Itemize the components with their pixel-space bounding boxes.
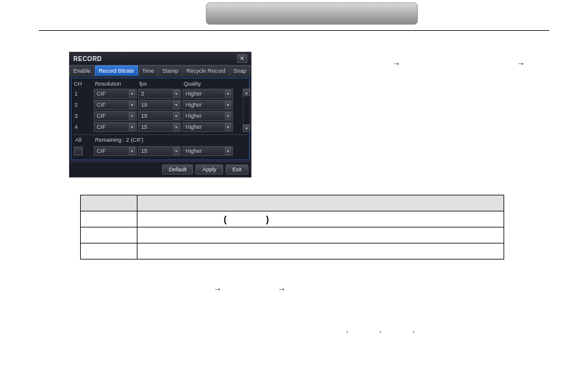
all-controls-row: CIF ▼ 15 ▼ Higher ▼ <box>73 145 248 158</box>
fps-select[interactable]: 15 ▼ <box>138 111 181 121</box>
channel-number: 2 <box>73 102 92 108</box>
select-value: Higher <box>186 113 202 119</box>
chevron-down-icon: ▼ <box>173 123 179 131</box>
quality-select[interactable]: Higher ▼ <box>182 122 233 132</box>
scroll-track[interactable] <box>243 96 250 125</box>
parenthesis-glyph: ( ) <box>224 214 287 224</box>
tab-enable[interactable]: Enable <box>70 65 94 76</box>
quality-select[interactable]: Higher ▼ <box>182 111 233 121</box>
punctuation-glyphs: 、 、 、 <box>345 324 431 335</box>
chevron-down-icon: ▼ <box>225 147 231 155</box>
tab-recycle-record[interactable]: Recycle Record <box>182 65 229 76</box>
table-row <box>81 211 504 227</box>
col-resolution: Resolution <box>94 81 137 87</box>
col-ch: CH <box>73 81 92 87</box>
all-resolution-select[interactable]: CIF ▼ <box>94 146 137 156</box>
resolution-select[interactable]: CIF ▼ <box>94 122 137 132</box>
bitrate-grid: CH Resolution fps Quality 1 CIF ▼ 2 ▼ <box>71 78 250 160</box>
quality-select[interactable]: Higher ▼ <box>182 100 233 110</box>
table-cell <box>81 227 137 243</box>
chevron-down-icon: ▼ <box>225 90 231 97</box>
default-button[interactable]: Default <box>162 165 194 174</box>
resolution-select[interactable]: CIF ▼ <box>94 89 137 99</box>
header-divider <box>39 30 549 31</box>
resolution-select[interactable]: CIF ▼ <box>94 100 137 110</box>
select-value: 15 <box>141 124 147 130</box>
col-quality: Quality <box>182 81 233 87</box>
select-value: CIF <box>97 91 106 97</box>
fps-select[interactable]: 19 ▼ <box>138 100 181 110</box>
chevron-down-icon: ▼ <box>173 147 179 155</box>
all-quality-select[interactable]: Higher ▼ <box>182 146 233 156</box>
chevron-down-icon: ▼ <box>225 123 231 131</box>
arrow-glyph: → <box>517 59 525 68</box>
select-value: 2 <box>141 91 144 97</box>
table-cell <box>137 227 504 243</box>
tab-record-bitrate[interactable]: Record Bitrate <box>95 65 138 76</box>
chevron-down-icon: ▼ <box>173 90 179 97</box>
table-row <box>81 227 504 243</box>
arrow-glyph: → <box>213 284 222 294</box>
table-header-row <box>81 195 504 211</box>
grid-header: CH Resolution fps Quality <box>73 80 248 88</box>
chevron-down-icon: ▼ <box>129 90 135 97</box>
parameter-table <box>80 195 504 259</box>
channel-number: 3 <box>73 113 92 119</box>
fps-select[interactable]: 15 ▼ <box>138 122 181 132</box>
close-button[interactable]: ✕ <box>237 54 247 63</box>
channel-row: 4 CIF ▼ 15 ▼ Higher ▼ <box>73 121 243 133</box>
chevron-down-icon: ▼ <box>225 112 231 120</box>
select-value: 19 <box>141 102 147 108</box>
select-value: 15 <box>141 148 147 154</box>
close-icon: ✕ <box>240 55 245 62</box>
table-header-cell <box>81 195 137 211</box>
channel-number: 4 <box>73 124 92 130</box>
all-fps-select[interactable]: 15 ▼ <box>138 146 181 156</box>
remaining-text: Remaining : 2 (CIF) <box>95 137 144 143</box>
tab-snap[interactable]: Snap <box>230 65 250 76</box>
table-header-cell <box>137 195 504 211</box>
chevron-down-icon: ▼ <box>173 101 179 108</box>
select-value: CIF <box>97 102 106 108</box>
scrollbar[interactable]: ▲ ▼ <box>243 88 250 133</box>
all-label: All <box>75 137 95 143</box>
all-remaining-row: All Remaining : 2 (CIF) <box>73 135 248 145</box>
table-cell <box>81 243 137 259</box>
chevron-down-icon: ▼ <box>129 101 135 108</box>
channel-number: 1 <box>73 91 92 97</box>
quality-select[interactable]: Higher ▼ <box>182 89 233 99</box>
arrow-glyph: → <box>392 59 401 68</box>
arrow-glyph: → <box>277 284 286 294</box>
table-row <box>81 243 504 259</box>
tab-stamp[interactable]: Stamp <box>158 65 182 76</box>
table-cell <box>81 211 137 227</box>
chevron-down-icon: ▼ <box>129 123 135 131</box>
chevron-down-icon: ▼ <box>129 147 135 155</box>
fps-select[interactable]: 2 ▼ <box>138 89 181 99</box>
chevron-down-icon: ▼ <box>173 112 179 120</box>
scroll-down-button[interactable]: ▼ <box>243 125 250 132</box>
apply-button[interactable]: Apply <box>195 165 223 174</box>
header-gradient-bar <box>206 2 418 25</box>
table-cell <box>137 211 504 227</box>
apply-all-checkbox[interactable] <box>74 147 83 155</box>
col-fps: fps <box>138 81 181 87</box>
select-value: CIF <box>97 124 106 130</box>
resolution-select[interactable]: CIF ▼ <box>94 111 137 121</box>
table-cell <box>137 243 504 259</box>
channel-row: 2 CIF ▼ 19 ▼ Higher ▼ <box>73 99 243 110</box>
dialog-titlebar: RECORD ✕ <box>70 52 251 65</box>
select-value: CIF <box>97 148 106 154</box>
tab-time[interactable]: Time <box>139 65 158 76</box>
select-value: CIF <box>97 113 106 119</box>
tabstrip: Enable Record Bitrate Time Stamp Recycle… <box>70 65 251 76</box>
select-value: Higher <box>186 124 202 130</box>
chevron-down-icon: ▼ <box>225 101 231 108</box>
select-value: Higher <box>186 91 202 97</box>
channel-row: 3 CIF ▼ 15 ▼ Higher ▼ <box>73 110 243 121</box>
scroll-up-button[interactable]: ▲ <box>243 89 250 96</box>
select-value: Higher <box>186 102 202 108</box>
dialog-title: RECORD <box>73 55 102 62</box>
chevron-down-icon: ▼ <box>129 112 135 120</box>
exit-button[interactable]: Exit <box>226 165 248 174</box>
